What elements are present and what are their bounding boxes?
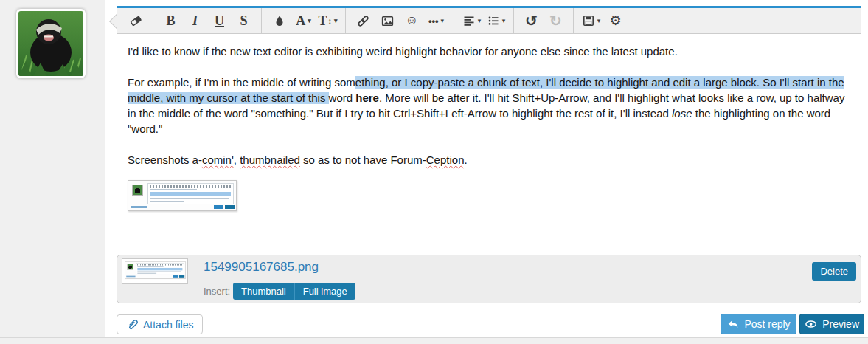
editor-toolbar: B I U S A▾ T↕▾ <box>117 8 861 34</box>
preview-label: Preview <box>822 318 859 330</box>
insert-smiley-button[interactable]: ☺ <box>401 10 423 31</box>
gear-icon: ⚙ <box>609 13 621 29</box>
paragraph: Screenshots a-comin', thumbnailed so as … <box>128 152 850 168</box>
updown-arrows-icon: ↕ <box>327 16 332 25</box>
insert-full-image-button[interactable]: Full image <box>294 283 355 300</box>
misspelled-word: Ception <box>426 154 465 166</box>
attachment-thumbnail[interactable] <box>122 258 188 284</box>
insert-image-button[interactable] <box>377 10 398 31</box>
undo-button[interactable]: ↺ <box>521 10 542 31</box>
redo-button[interactable]: ↻ <box>545 10 566 31</box>
editor-settings-button[interactable]: ⚙ <box>605 10 626 31</box>
bold-glyph: B <box>166 13 175 29</box>
paragraph-text: word <box>329 92 356 104</box>
editor-content-area[interactable]: I'd like to know if the new text editor … <box>117 34 861 247</box>
post-reply-label: Post reply <box>744 318 790 330</box>
paragraph-text: For example, if I'm in the middle of wri… <box>128 76 355 89</box>
misspelled-word: thumbnailed <box>240 154 300 166</box>
misspelled-word: comin' <box>202 154 234 166</box>
chevron-down-icon: ▾ <box>502 17 506 24</box>
toolbar-separator <box>454 8 454 34</box>
eye-icon <box>805 317 817 331</box>
align-left-icon <box>462 14 476 27</box>
insert-thumbnail-button[interactable]: Thumbnail <box>233 283 294 300</box>
font-size-button[interactable]: T↕▾ <box>317 10 338 31</box>
link-icon <box>356 14 370 28</box>
bold-button[interactable]: B <box>160 10 181 31</box>
avatar[interactable] <box>16 9 86 78</box>
page-bottom-strip <box>0 337 868 344</box>
mini-avatar <box>132 185 143 196</box>
chevron-down-icon: ▾ <box>441 17 445 24</box>
chevron-down-icon: ▾ <box>478 17 482 24</box>
more-options-button[interactable]: •••▾ <box>426 10 447 31</box>
chevron-down-icon: ▾ <box>597 17 601 24</box>
smiley-icon: ☺ <box>406 13 418 28</box>
paragraph: I'd like to know if the new text editor … <box>128 44 850 59</box>
font-family-button[interactable]: A▾ <box>293 10 314 31</box>
attach-files-button[interactable]: Attach files <box>117 314 203 334</box>
remove-format-button[interactable] <box>125 10 146 31</box>
bold-word: here <box>355 92 379 104</box>
toolbar-separator <box>513 8 514 34</box>
strikethrough-glyph: S <box>240 13 247 29</box>
mini-editor <box>147 183 234 204</box>
mini-buttons <box>214 205 235 209</box>
ellipsis-icon: ••• <box>428 16 439 27</box>
paperclip-icon <box>126 318 139 331</box>
paragraph-text: so as to not have Forum- <box>300 154 426 166</box>
attach-files-label: Attach files <box>143 319 193 331</box>
delete-attachment-button[interactable]: Delete <box>812 262 856 281</box>
paragraph-text: , <box>234 154 240 166</box>
rich-text-editor: B I U S A▾ T↕▾ <box>117 6 861 247</box>
toolbar-separator <box>153 8 153 34</box>
insert-link-button[interactable] <box>353 10 374 31</box>
paragraph-text: Screenshots a- <box>128 154 202 166</box>
undo-icon: ↺ <box>525 12 538 30</box>
redo-icon: ↻ <box>549 12 562 30</box>
toolbar-separator <box>345 8 346 34</box>
preview-button[interactable]: Preview <box>799 314 864 334</box>
attachment-thumbnail-image <box>125 261 186 279</box>
drafts-button[interactable]: ▾ <box>580 10 602 31</box>
paragraph-text: . <box>464 154 467 166</box>
inline-screenshot-thumbnail[interactable] <box>128 180 237 211</box>
attachment-filename-link[interactable]: 1549905167685.png <box>204 260 319 275</box>
italic-button[interactable]: I <box>184 10 206 31</box>
toolbar-separator <box>261 8 262 34</box>
image-icon <box>381 14 395 28</box>
strikethrough-button[interactable]: S <box>233 10 254 31</box>
droplet-icon <box>273 14 286 27</box>
attachment-panel: 1549905167685.png Insert: Thumbnail Full… <box>117 255 861 303</box>
mini-link <box>131 206 147 208</box>
paragraph: For example, if I'm in the middle of wri… <box>128 75 850 137</box>
bullet-list-icon <box>487 14 500 27</box>
floppy-save-icon <box>582 14 595 27</box>
toolbar-separator <box>573 8 574 34</box>
insert-label: Insert: <box>204 286 230 297</box>
underline-button[interactable]: U <box>209 10 230 31</box>
italic-word: lose <box>672 107 692 120</box>
honey-badger-avatar-image <box>18 11 83 76</box>
chevron-down-icon: ▾ <box>308 17 311 24</box>
underline-glyph: U <box>215 13 224 29</box>
paragraph-text: I'd like to know if the new text editor … <box>128 45 678 58</box>
font-family-glyph: A <box>296 13 305 29</box>
reply-editor-page: B I U S A▾ T↕▾ <box>0 0 868 344</box>
italic-glyph: I <box>192 13 198 29</box>
font-size-glyph: T <box>318 13 327 29</box>
insert-button-group: Thumbnail Full image <box>233 283 355 300</box>
reply-arrow-icon <box>726 318 739 331</box>
post-reply-button[interactable]: Post reply <box>721 314 796 334</box>
text-color-button[interactable] <box>268 10 290 31</box>
chevron-down-icon: ▾ <box>334 17 338 24</box>
alignment-button[interactable]: ▾ <box>461 10 482 31</box>
list-button[interactable]: ▾ <box>485 10 507 31</box>
eraser-icon <box>129 14 142 27</box>
